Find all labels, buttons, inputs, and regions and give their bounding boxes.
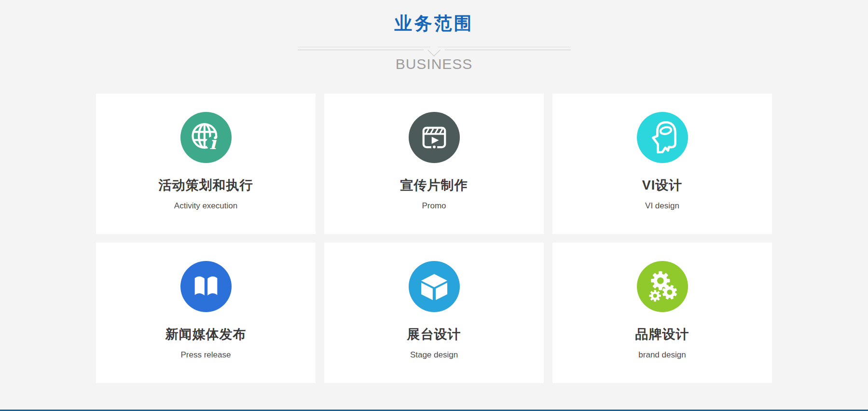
card-brand-design[interactable]: 品牌设计 brand design: [552, 243, 772, 383]
card-promo-video[interactable]: 宣传片制作 Promo: [324, 94, 544, 234]
card-press-release[interactable]: 新闻媒体发布 Press release: [96, 243, 316, 383]
card-subtitle: Press release: [96, 350, 316, 360]
card-title: 活动策划和执行: [96, 177, 316, 194]
card-stage-design[interactable]: 展台设计 Stage design: [324, 243, 544, 383]
open-book-icon: [180, 261, 232, 312]
cube-icon: [409, 261, 460, 312]
card-title: 新闻媒体发布: [96, 326, 316, 343]
gears-icon: [637, 261, 688, 312]
page-root: { "page": { "background_color": "#f4f4f5…: [0, 0, 868, 411]
divider-line-bottom-right: [445, 50, 571, 50]
business-section: 业务范围 BUSINESS i 活动策划和: [0, 0, 868, 383]
section-header: 业务范围 BUSINESS: [0, 0, 868, 72]
card-vi-design[interactable]: VI设计 VI design: [552, 94, 772, 234]
section-divider: [298, 45, 571, 53]
divider-line-bottom-left: [298, 50, 424, 50]
card-activity-planning[interactable]: i 活动策划和执行 Activity execution: [96, 94, 316, 234]
clapperboard-icon: [409, 112, 460, 163]
card-subtitle: Activity execution: [96, 201, 316, 211]
card-subtitle: Stage design: [324, 350, 544, 360]
card-title: 品牌设计: [552, 326, 772, 343]
card-title: VI设计: [552, 177, 772, 194]
card-title: 展台设计: [324, 326, 544, 343]
globe-info-icon: i: [180, 112, 232, 163]
section-title: 业务范围: [0, 12, 868, 36]
card-subtitle: VI design: [552, 201, 772, 211]
cards-grid: i 活动策划和执行 Activity execution: [96, 94, 772, 383]
card-subtitle: brand design: [552, 350, 772, 360]
card-subtitle: Promo: [324, 201, 544, 211]
chevron-down-icon: [427, 43, 441, 56]
head-idea-icon: [637, 112, 688, 163]
card-title: 宣传片制作: [324, 177, 544, 194]
section-subtitle: BUSINESS: [0, 56, 868, 72]
